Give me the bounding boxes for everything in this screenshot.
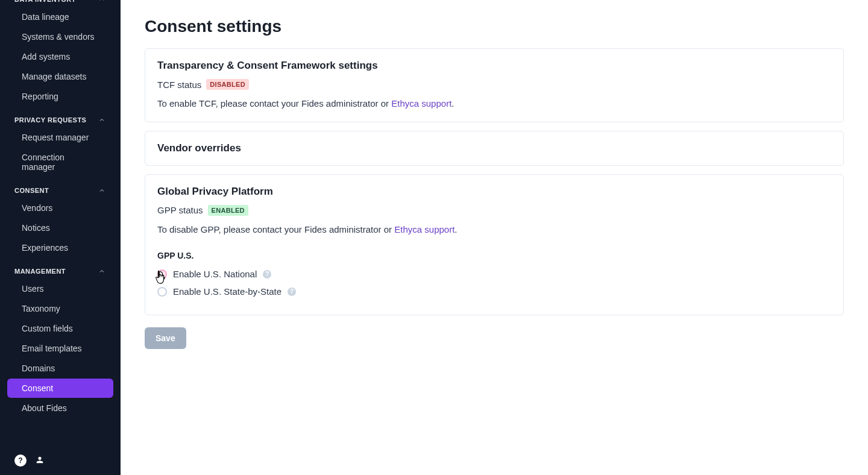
nav-section-label: MANAGEMENT <box>14 268 66 275</box>
vendor-overrides-heading: Vendor overrides <box>157 142 831 154</box>
nav-section-management[interactable]: MANAGEMENT <box>0 267 121 275</box>
sidebar: DATA INVENTORY Data lineage Systems & ve… <box>0 0 121 475</box>
vendor-overrides-card[interactable]: Vendor overrides <box>145 131 844 166</box>
gpp-status-label: GPP status <box>157 205 203 215</box>
sidebar-item-notices[interactable]: Notices <box>7 218 113 238</box>
chevron-up-icon <box>98 267 106 275</box>
gpp-status-row: GPP status ENABLED <box>157 205 831 216</box>
help-icon[interactable]: ? <box>14 455 27 467</box>
gpp-desc-prefix: To disable GPP, please contact your Fide… <box>157 224 394 234</box>
nav-section-label: PRIVACY REQUESTS <box>14 116 86 124</box>
gpp-card: Global Privacy Platform GPP status ENABL… <box>145 174 844 316</box>
sidebar-footer: ? <box>0 446 121 475</box>
radio-icon[interactable] <box>157 269 167 279</box>
tcf-desc-prefix: To enable TCF, please contact your Fides… <box>157 98 391 109</box>
gpp-option-us-national[interactable]: Enable U.S. National ? <box>157 269 831 279</box>
gpp-support-link[interactable]: Ethyca support <box>394 224 454 234</box>
sidebar-item-experiences[interactable]: Experiences <box>7 238 113 257</box>
gpp-desc-suffix: . <box>454 224 457 234</box>
gpp-option-label: Enable U.S. State-by-State <box>173 286 281 297</box>
tcf-heading: Transparency & Consent Framework setting… <box>157 60 831 72</box>
radio-icon[interactable] <box>157 287 167 297</box>
sidebar-item-consent[interactable]: Consent <box>7 379 113 398</box>
sidebar-item-taxonomy[interactable]: Taxonomy <box>7 299 113 318</box>
save-button[interactable]: Save <box>145 327 186 349</box>
nav-section-data-inventory[interactable]: DATA INVENTORY <box>0 0 121 4</box>
sidebar-item-data-lineage[interactable]: Data lineage <box>7 7 113 27</box>
main-content: Consent settings Transparency & Consent … <box>121 0 868 475</box>
sidebar-item-users[interactable]: Users <box>7 279 113 298</box>
question-icon[interactable]: ? <box>263 270 271 278</box>
nav-section-consent[interactable]: CONSENT <box>0 186 121 195</box>
tcf-support-link[interactable]: Ethyca support <box>391 98 451 109</box>
page-title: Consent settings <box>145 17 844 36</box>
sidebar-item-custom-fields[interactable]: Custom fields <box>7 319 113 338</box>
sidebar-item-reporting[interactable]: Reporting <box>7 87 113 106</box>
sidebar-item-add-systems[interactable]: Add systems <box>7 47 113 66</box>
sidebar-item-vendors[interactable]: Vendors <box>7 198 113 218</box>
sidebar-item-systems-vendors[interactable]: Systems & vendors <box>7 27 113 46</box>
sidebar-item-domains[interactable]: Domains <box>7 359 113 378</box>
gpp-heading: Global Privacy Platform <box>157 186 831 198</box>
chevron-up-icon <box>98 0 106 4</box>
tcf-card: Transparency & Consent Framework setting… <box>145 48 844 122</box>
gpp-option-label: Enable U.S. National <box>173 269 257 279</box>
tcf-desc-suffix: . <box>451 98 454 109</box>
sidebar-item-manage-datasets[interactable]: Manage datasets <box>7 67 113 86</box>
gpp-us-heading: GPP U.S. <box>157 251 831 260</box>
nav-section-label: DATA INVENTORY <box>14 0 76 3</box>
sidebar-item-about-fides[interactable]: About Fides <box>7 398 113 418</box>
tcf-status-row: TCF status DISABLED <box>157 79 831 90</box>
gpp-option-us-state[interactable]: Enable U.S. State-by-State ? <box>157 286 831 297</box>
tcf-description: To enable TCF, please contact your Fides… <box>157 97 831 111</box>
question-icon[interactable]: ? <box>288 288 296 296</box>
sidebar-item-request-manager[interactable]: Request manager <box>7 128 113 147</box>
tcf-status-label: TCF status <box>157 80 201 90</box>
chevron-up-icon <box>98 116 106 124</box>
user-icon[interactable] <box>35 455 45 467</box>
sidebar-item-email-templates[interactable]: Email templates <box>7 339 113 358</box>
nav-section-privacy-requests[interactable]: PRIVACY REQUESTS <box>0 116 121 124</box>
nav-section-label: CONSENT <box>14 187 49 194</box>
chevron-up-icon <box>98 186 106 195</box>
gpp-description: To disable GPP, please contact your Fide… <box>157 223 831 237</box>
gpp-status-badge: ENABLED <box>208 205 248 216</box>
tcf-status-badge: DISABLED <box>206 79 249 90</box>
sidebar-item-connection-manager[interactable]: Connection manager <box>7 148 113 177</box>
